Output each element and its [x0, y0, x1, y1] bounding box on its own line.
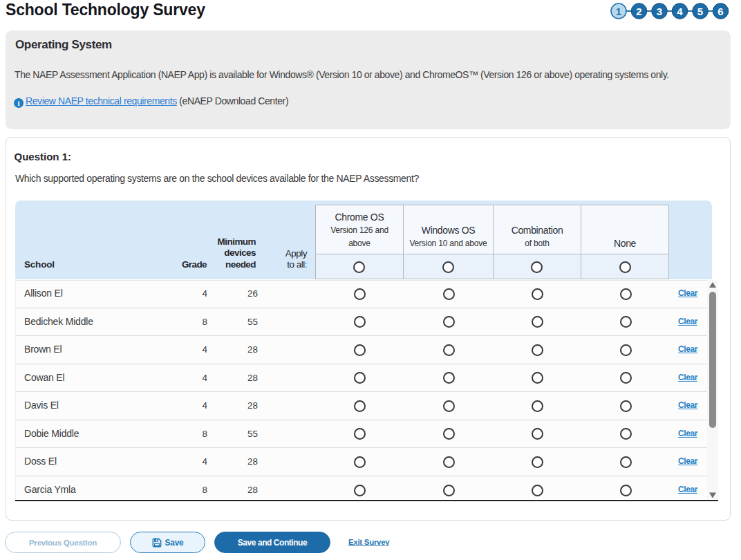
svg-text:6: 6 [717, 6, 723, 17]
svg-text:3: 3 [657, 6, 662, 17]
svg-text:1: 1 [616, 6, 621, 17]
svg-text:2: 2 [636, 6, 641, 17]
svg-text:4: 4 [677, 6, 683, 17]
svg-text:5: 5 [697, 6, 703, 17]
